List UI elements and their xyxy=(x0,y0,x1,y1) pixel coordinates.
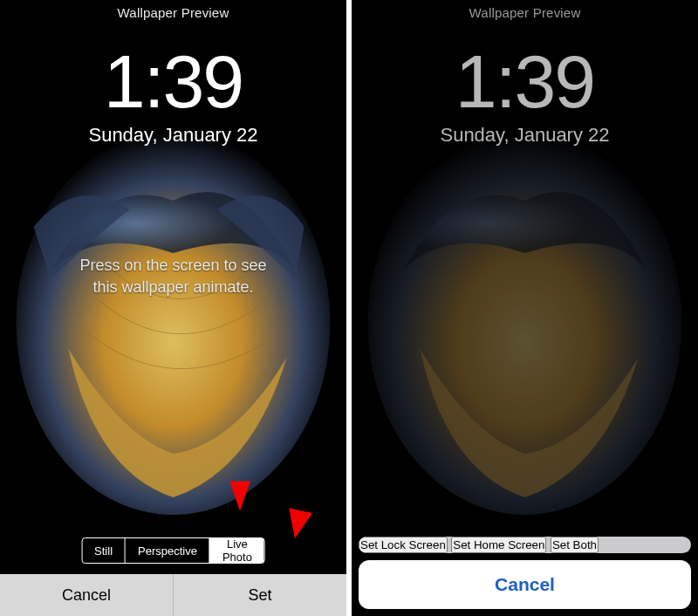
segment-still[interactable]: Still xyxy=(82,538,125,563)
set-both-button[interactable]: Set Both xyxy=(551,537,599,553)
bottom-toolbar: Cancel Set xyxy=(0,574,346,616)
header-title: Wallpaper Preview xyxy=(0,5,346,20)
annotation-arrow-live-photo xyxy=(222,410,257,515)
set-lock-screen-button[interactable]: Set Lock Screen xyxy=(359,537,448,553)
action-sheet: Set Lock Screen Set Home Screen Set Both… xyxy=(352,389,698,616)
wallpaper-type-segmented[interactable]: Still Perspective Live Photo xyxy=(81,537,265,564)
clock-time: 1:39 xyxy=(0,44,346,119)
lock-clock: 1:39 Sunday, January 22 xyxy=(352,44,698,147)
clock-time: 1:39 xyxy=(352,44,698,119)
hint-line-1: Press on the screen to see xyxy=(79,257,266,274)
clock-date: Sunday, January 22 xyxy=(0,124,346,147)
phone-right: Wallpaper Preview 1:39 Sunday, January 2… xyxy=(352,0,698,616)
set-button[interactable]: Set xyxy=(173,574,346,616)
segment-perspective[interactable]: Perspective xyxy=(125,538,209,563)
lock-clock: 1:39 Sunday, January 22 xyxy=(0,44,346,147)
action-sheet-cancel-button[interactable]: Cancel xyxy=(359,560,691,609)
clock-date: Sunday, January 22 xyxy=(352,124,698,147)
action-sheet-options: Set Lock Screen Set Home Screen Set Both xyxy=(359,537,691,553)
hint-line-2: this wallpaper animate. xyxy=(92,278,253,296)
live-photo-hint: Press on the screen to see this wallpape… xyxy=(17,255,329,298)
header-title: Wallpaper Preview xyxy=(352,5,698,20)
set-home-screen-button[interactable]: Set Home Screen xyxy=(451,537,546,553)
phone-left: Wallpaper Preview 1:39 Sunday, January 2… xyxy=(0,0,346,616)
cancel-button[interactable]: Cancel xyxy=(0,574,173,616)
segment-live-photo[interactable]: Live Photo xyxy=(209,538,264,563)
